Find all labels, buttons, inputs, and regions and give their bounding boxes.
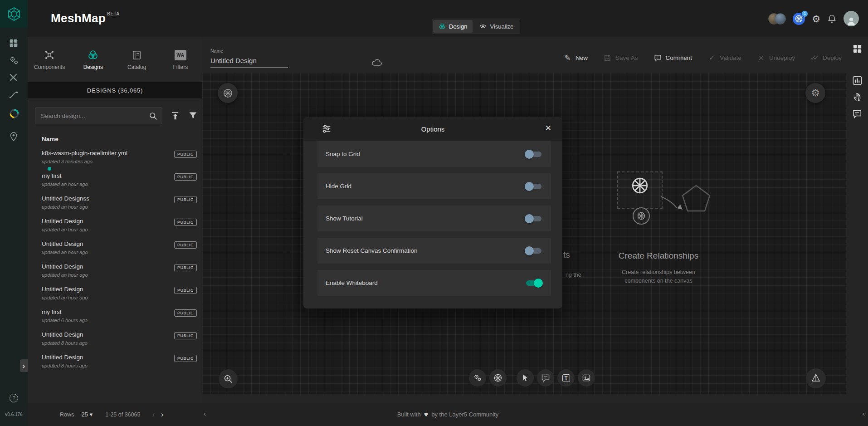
relationship-arrow-graphic — [660, 182, 714, 227]
collaborator-avatar[interactable] — [775, 13, 786, 24]
comments-panel-button[interactable] — [852, 109, 863, 119]
hint-desc-fragment: ng the — [566, 272, 581, 278]
dock-kubernetes-tool[interactable] — [489, 369, 507, 387]
design-title: Untitled Designss — [42, 195, 89, 202]
design-row[interactable]: Untitled Design updated an hour ago PUBL… — [28, 215, 202, 238]
deploy-button[interactable]: ✓✓ Deploy — [810, 54, 842, 62]
designs-count-header: DESIGNS (36,065) — [28, 82, 202, 98]
dock-mesh-tool[interactable] — [469, 369, 486, 387]
option-row-hide-grid: Hide Grid — [317, 173, 551, 199]
kubernetes-context-button[interactable]: 1 — [793, 13, 805, 25]
undeploy-label: Undeploy — [769, 54, 795, 61]
sync-status-button[interactable] — [371, 56, 383, 68]
search-row — [35, 107, 198, 124]
kubernetes-wheel-icon — [223, 88, 233, 98]
profile-avatar[interactable] — [844, 11, 859, 26]
zoom-button[interactable] — [219, 369, 238, 388]
brand-name: MeshMap — [51, 11, 106, 25]
design-row[interactable]: k8s-wasm-plugin-ratelimiter.yml updated … — [28, 147, 202, 170]
prev-page-button[interactable]: ‹ — [152, 411, 155, 418]
design-row[interactable]: Untitled Design updated an hour ago PUBL… — [28, 283, 202, 306]
canvas-toolbar: ✎ New Save As Comment ✓ Validate Undeplo… — [563, 54, 842, 62]
search-icon[interactable] — [148, 111, 158, 121]
nav-toolkit[interactable] — [9, 73, 19, 83]
design-row[interactable]: Untitled Design updated 8 hours ago PUBL… — [28, 328, 202, 351]
nav-dashboard[interactable] — [9, 38, 19, 49]
dock-comment-tool[interactable] — [537, 369, 554, 387]
topbar: MeshMapBETA Design Visualize 1 ⚙ — [28, 0, 868, 37]
shapes-prism-button[interactable] — [806, 368, 826, 388]
design-title: my first — [42, 308, 62, 315]
design-row[interactable]: Untitled Design updated an hour ago PUBL… — [28, 238, 202, 260]
page-size-select[interactable]: 25 ▾ — [81, 411, 93, 418]
search-input[interactable] — [35, 108, 162, 124]
option-row-show-tutorial: Show Tutorial — [317, 206, 551, 231]
dock-shapes-tool[interactable] — [517, 369, 534, 387]
design-title: Untitled Design — [42, 263, 83, 270]
toggle-enable-whiteboard[interactable] — [525, 279, 543, 288]
new-button[interactable]: ✎ New — [563, 54, 588, 62]
import-design-button[interactable] — [170, 111, 180, 121]
meshmap-app: › ? v0.6.176 MeshMapBETA Design Visualiz… — [0, 0, 868, 426]
settings-gear-button[interactable]: ⚙ — [812, 14, 820, 24]
design-title: Untitled Design — [42, 218, 83, 225]
hint-desc-line2: components on the canvas — [624, 278, 692, 284]
dock-text-tool[interactable]: T — [557, 369, 575, 387]
canvas-settings-button[interactable]: ⚙ — [805, 83, 825, 103]
design-row[interactable]: Untitled Design updated an hour ago PUBL… — [28, 260, 202, 283]
undeploy-button[interactable]: Undeploy — [757, 54, 795, 62]
next-page-button[interactable]: › — [161, 411, 164, 418]
tab-designs[interactable]: Designs — [71, 37, 115, 82]
visibility-badge: PUBLIC — [174, 309, 197, 317]
left-rail: › ? v0.6.176 — [0, 0, 28, 426]
validate-button[interactable]: ✓ Validate — [707, 54, 741, 62]
topbar-right: 1 ⚙ — [768, 0, 859, 37]
close-icon[interactable]: ✕ — [545, 124, 551, 132]
option-row-reset-confirmation: Show Reset Canvas Confirmation — [317, 238, 551, 264]
design-row[interactable]: my first updated an hour ago PUBLIC — [28, 170, 202, 192]
mode-design-button[interactable]: Design — [433, 20, 473, 33]
nav-meshery[interactable] — [9, 108, 19, 118]
help-button[interactable]: ? — [10, 394, 18, 402]
toggle-hide-grid[interactable] — [525, 182, 543, 191]
hint-title-fragment: ts — [563, 250, 570, 260]
comment-button[interactable]: Comment — [653, 54, 692, 62]
panels-toggle-button[interactable] — [852, 44, 863, 54]
toggle-reset-confirmation[interactable] — [525, 246, 543, 255]
toggle-show-tutorial[interactable] — [525, 214, 543, 223]
expand-rail-button[interactable]: › — [20, 359, 28, 372]
save-as-button[interactable]: Save As — [603, 54, 638, 62]
option-label: Snap to Grid — [326, 151, 360, 157]
design-row[interactable]: my first updated 6 hours ago PUBLIC — [28, 306, 202, 328]
design-name-input[interactable] — [210, 56, 288, 68]
collapse-right-button[interactable]: ‹ — [863, 410, 865, 417]
design-row[interactable]: Untitled Design updated 8 hours ago PUBL… — [28, 351, 202, 374]
canvas-kubernetes-button[interactable] — [218, 83, 238, 103]
tab-filters[interactable]: WA Filters — [159, 37, 202, 82]
layer5-logo[interactable] — [0, 0, 28, 28]
column-header-name[interactable]: Name — [42, 136, 59, 142]
collapse-left-button[interactable]: ‹ — [204, 410, 206, 417]
tab-catalog[interactable]: Catalog — [115, 37, 159, 82]
hand-pointer-icon — [852, 92, 863, 102]
dashboard-panel-button[interactable] — [852, 75, 863, 86]
mode-visualize-button[interactable]: Visualize — [474, 20, 519, 33]
design-title: k8s-wasm-plugin-ratelimiter.yml — [42, 150, 127, 157]
tab-components[interactable]: Components — [28, 37, 71, 82]
design-row[interactable]: Untitled Designss updated an hour ago PU… — [28, 192, 202, 215]
question-icon: ? — [12, 396, 15, 401]
visibility-badge: PUBLIC — [174, 241, 197, 249]
designs-sidebar: Components Designs Catalog WA Filters DE… — [28, 37, 202, 403]
built-with: Built with ♥ by the Layer5 Community — [397, 411, 499, 419]
rows-label: Rows — [60, 411, 74, 418]
nav-environment[interactable] — [9, 132, 19, 142]
dock-media-tool[interactable] — [578, 369, 595, 387]
toggle-snap-to-grid[interactable] — [525, 150, 543, 159]
design-title: Untitled Design — [42, 240, 83, 247]
nav-connections[interactable] — [9, 90, 19, 100]
nav-settings[interactable] — [9, 55, 19, 66]
chevron-right-icon: › — [23, 362, 25, 369]
interaction-mode-button[interactable] — [852, 92, 863, 102]
filter-button[interactable] — [188, 111, 198, 121]
notifications-button[interactable] — [827, 14, 837, 24]
